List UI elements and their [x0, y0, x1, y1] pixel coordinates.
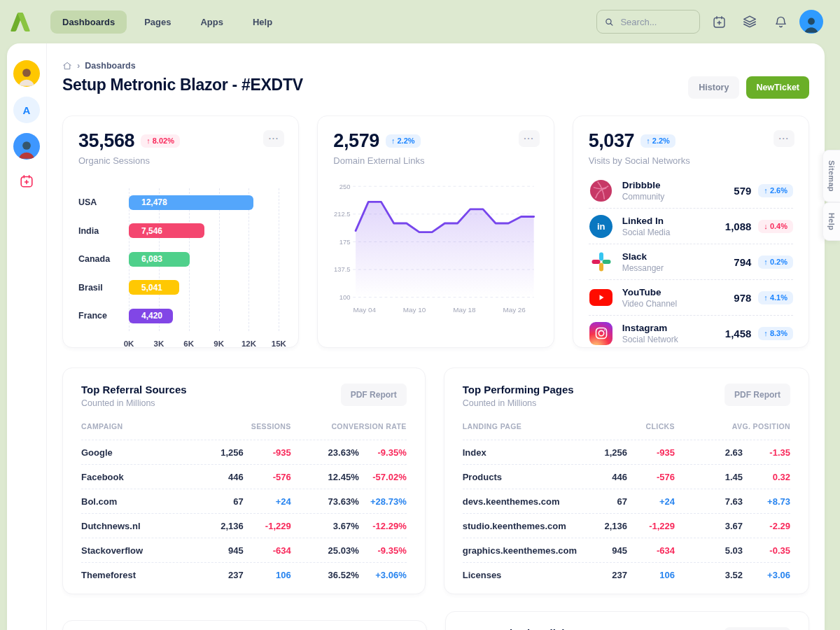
social-text: Linked InSocial Media — [622, 216, 671, 237]
person-silhouette-icon — [15, 64, 38, 87]
slack-icon — [591, 251, 612, 272]
rail-avatar-1[interactable] — [13, 60, 40, 87]
row-metric-2: 25.03%-9.35% — [291, 545, 407, 556]
social-list-item: DribbbleCommunity579↑ 2.6% — [589, 173, 793, 209]
stat-value: 35,568 — [78, 130, 134, 152]
metric-value: 73.63% — [328, 496, 359, 507]
page-header-row: Setup Metronic Blazor - #EXDTV History N… — [62, 76, 809, 99]
help-side-tab[interactable]: Help — [822, 202, 840, 241]
social-desc: Messanger — [622, 263, 664, 273]
stat-label: Visits by Social Networks — [589, 155, 793, 166]
bar[interactable]: 7,546 — [129, 223, 204, 238]
svg-text:212.5: 212.5 — [334, 210, 351, 218]
table-row: Themeforest23710636.52%+3.06% — [81, 562, 407, 587]
table-column-header: CLICKS — [577, 422, 675, 430]
social-text: InstagramSocial Network — [622, 323, 678, 344]
metric-value: 2.63 — [725, 447, 743, 458]
search-box[interactable] — [596, 10, 700, 34]
stat-label: Organic Sessions — [78, 155, 283, 166]
metric-delta: -1,229 — [249, 521, 291, 531]
breadcrumb-separator: › — [77, 60, 80, 71]
bar[interactable]: 6,083 — [129, 252, 190, 267]
social-name: Dribbble — [622, 180, 665, 190]
row-name: Stackoverflow — [81, 545, 193, 556]
nav-item-dashboards[interactable]: Dashboards — [50, 10, 127, 34]
dots-menu-button[interactable]: ··· — [519, 130, 540, 147]
calendar-plus-icon — [19, 174, 34, 189]
breadcrumb-item[interactable]: Dashboards — [85, 61, 135, 71]
pdf-report-button[interactable]: PDF Report — [341, 384, 407, 406]
table-row: studio.keenthemes.com2,136-1,2293.67-2.2… — [463, 513, 790, 538]
table-card-header: Top Performing PagesCounted in MillionsP… — [463, 384, 790, 408]
stat-delta-badge: ↑ 8.02% — [141, 134, 180, 148]
bar[interactable]: 12,478 — [129, 195, 253, 210]
social-metrics: 1,088↓ 0.4% — [725, 220, 793, 233]
svg-text:May 04: May 04 — [354, 306, 377, 314]
row-metric-1: 67+24 — [577, 496, 675, 507]
metric-value: 3.67 — [725, 521, 743, 531]
social-text: DribbbleCommunity — [622, 180, 665, 202]
bottom-cards-row: Author Sales PDF Report Top Queries by C… — [62, 611, 809, 630]
author-sales-card: Author Sales PDF Report — [62, 620, 427, 630]
table-titles: Top Performing PagesCounted in Millions — [463, 384, 574, 408]
metric-value: 5.03 — [725, 545, 743, 556]
metric-value: 2,136 — [220, 521, 244, 531]
metronic-logo[interactable] — [14, 13, 27, 31]
metric-delta: -1.35 — [748, 447, 790, 458]
person-silhouette-icon — [802, 14, 821, 34]
notifications-button[interactable] — [769, 10, 792, 34]
row-metric-2: 2.63-1.35 — [675, 447, 790, 458]
dots-menu-button[interactable]: ··· — [263, 130, 284, 147]
metric-delta: +3.06% — [365, 570, 407, 580]
x-tick-label: 6K — [183, 340, 194, 348]
metric-delta: -634 — [633, 545, 675, 556]
top-queries-card: Top Queries by Clicks PDF Report — [445, 611, 810, 630]
pdf-report-button[interactable]: PDF Report — [724, 627, 790, 630]
slack-icon-wrap — [589, 249, 614, 274]
user-avatar[interactable] — [799, 10, 823, 34]
social-value: 579 — [734, 185, 751, 197]
history-button[interactable]: History — [688, 76, 739, 99]
table-title: Top Referral Sources — [81, 384, 187, 396]
bar[interactable]: 4,420 — [129, 309, 173, 323]
metric-delta: -9.35% — [365, 447, 407, 458]
row-name: Themeforest — [81, 570, 193, 580]
nav-item-pages[interactable]: Pages — [132, 10, 183, 34]
breadcrumb: › Dashboards — [62, 60, 809, 71]
row-metric-2: 5.03-0.35 — [675, 545, 790, 556]
row-metric-1: 446-576 — [577, 472, 675, 482]
metric-value: 237 — [612, 570, 627, 580]
row-metric-1: 2,136-1,229 — [193, 521, 291, 531]
search-input[interactable] — [619, 16, 692, 28]
bar-x-axis: 0K3K6K9K12K15K — [129, 337, 279, 349]
pdf-report-button[interactable]: PDF Report — [724, 384, 790, 406]
nav-item-help[interactable]: Help — [241, 10, 284, 34]
calendar-add-button[interactable] — [707, 10, 731, 34]
row-metric-2: 23.63%-9.35% — [291, 447, 407, 458]
row-metric-1: 945-634 — [193, 545, 291, 556]
social-networks-list: DribbbleCommunity579↑ 2.6%inLinked InSoc… — [589, 173, 793, 351]
row-name: Products — [463, 472, 577, 482]
home-icon[interactable] — [62, 61, 72, 71]
social-text: YouTubeVideo Channel — [622, 287, 678, 309]
new-ticket-button[interactable]: NewTicket — [746, 76, 809, 99]
nav-item-apps[interactable]: Apps — [188, 10, 235, 34]
apps-layers-button[interactable] — [738, 10, 762, 34]
instagram-icon — [589, 322, 612, 345]
metric-value: 1,256 — [604, 447, 627, 458]
sitemap-side-tab[interactable]: Sitemap — [822, 150, 840, 202]
row-metric-2: 3.67%-12.29% — [291, 521, 407, 531]
bar-row: India7,546 — [78, 217, 283, 246]
avatar-letter: A — [23, 104, 31, 116]
table-column-header: SESSIONS — [193, 422, 291, 430]
dots-menu-button[interactable]: ··· — [774, 130, 794, 147]
rail-add-event-button[interactable] — [15, 169, 38, 193]
metric-value: 12.45% — [328, 472, 359, 482]
main-panel: A › Dashboards Setup Metronic Blazor - #… — [7, 43, 825, 630]
row-metric-1: 2,136-1,229 — [577, 521, 675, 531]
rail-avatar-2[interactable] — [13, 133, 40, 160]
metric-delta: -576 — [633, 472, 675, 482]
bar[interactable]: 5,041 — [129, 280, 179, 295]
rail-avatar-letter[interactable]: A — [13, 97, 40, 123]
bar-row: USA12,478 — [78, 188, 283, 217]
